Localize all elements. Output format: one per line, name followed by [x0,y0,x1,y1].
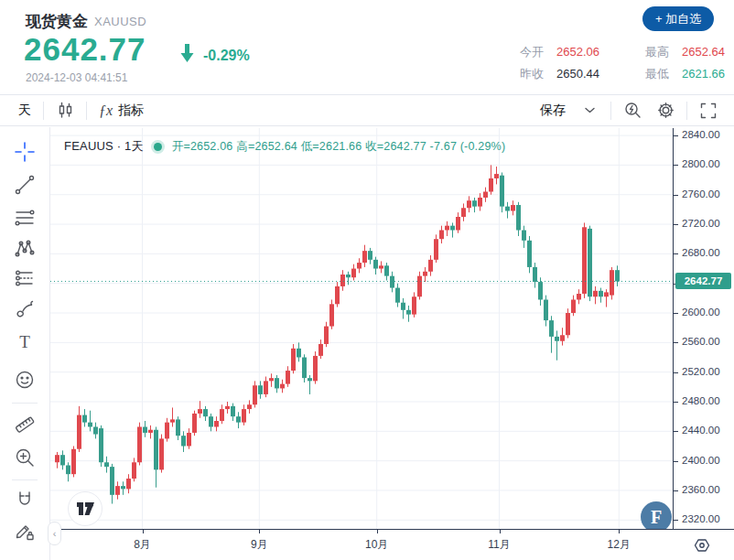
tool-crosshair-button[interactable] [13,140,37,164]
candle-body [258,385,263,394]
candle-body [302,358,307,379]
change-percent: -0.29% [203,48,250,64]
price-axis-tick [674,224,678,225]
time-axis-tick [377,530,378,533]
candle-body [148,430,153,433]
candle-body [308,378,312,381]
candle-body [55,455,59,462]
candle-body [192,414,197,433]
candle-body [511,205,515,210]
time-axis-tick [259,530,260,533]
candle-body [566,313,570,335]
market-status-dot-icon [154,143,162,151]
candle-body [577,294,581,299]
candle-body [121,486,125,489]
price-axis-tick [674,253,678,254]
candlestick-chart[interactable] [50,128,673,529]
quote-timestamp: 2024-12-03 04:41:51 [26,71,127,84]
add-watchlist-button[interactable]: + 加自选 [642,6,714,31]
tool-brush-button[interactable] [13,297,37,321]
candle-body [456,217,460,231]
candle-body [395,288,400,303]
candle-body [555,337,559,341]
pencil-lock-icon [13,519,37,543]
collapse-sidebar-handle[interactable]: ‹ [48,522,61,545]
candle-body [588,229,592,296]
axis-settings-button[interactable] [694,537,710,554]
tradingview-watermark [68,491,103,526]
candle-body [220,409,224,421]
time-axis-label: 12月 [608,537,631,553]
chart-style-candles-button[interactable] [56,102,74,120]
price-axis-tick [674,520,678,521]
candle-body [329,304,334,326]
quick-search-button[interactable] [623,102,642,120]
save-button[interactable]: 保存 [540,102,566,119]
indicators-button[interactable]: ƒx 指标 [99,102,144,119]
candle-body [187,433,191,447]
price-axis-tick [674,431,678,432]
candle-body [71,449,76,474]
candle-body [181,436,186,446]
tool-zoom-in-button[interactable] [13,446,37,469]
candle-body [209,416,213,426]
candle-body [99,428,103,462]
candle-body [373,260,378,269]
candle-body [93,426,98,434]
tool-xabcd-pattern-button[interactable] [13,237,37,261]
tool-text-button[interactable]: T [13,331,37,355]
fx-icon: ƒx [99,102,113,119]
price-axis[interactable]: 2840.002800.002760.002720.002680.002640.… [673,128,734,529]
chart-settings-button[interactable] [656,102,675,120]
chart-toolbar: 天 ƒx 指标 保存 [0,94,734,126]
chevron-left-icon: ‹ [53,528,57,539]
candle-body [549,320,554,337]
magnet-icon [13,488,37,512]
stat-open-label: 今开 [520,45,544,59]
candle-body [176,419,180,436]
tool-measure-button[interactable] [13,413,37,436]
toolbar-divider [686,102,687,120]
candle-body [170,419,175,422]
candle-body [494,174,499,178]
candle-body [253,385,257,404]
candle-body [203,409,208,416]
candle-body [242,409,246,423]
candle-body [527,241,532,267]
price-axis-label: 2520.00 [682,366,720,377]
candle-body [368,251,372,260]
price-axis-tick [674,372,678,373]
candle-body [538,282,543,299]
tool-projection-button[interactable] [13,266,37,290]
time-axis-tick [619,530,620,533]
interval-selector[interactable]: 天 [18,102,31,119]
parallel-lines-icon [13,206,37,230]
stat-open-value: 2652.06 [556,45,599,59]
toolbar-divider [86,102,87,120]
ruler-icon [13,413,37,436]
candle-body [313,356,318,381]
tool-fib-lines-button[interactable] [13,206,37,230]
page-title: 现货黄金 [26,11,88,32]
fullscreen-button[interactable] [699,102,718,120]
toolbar-divider [43,102,44,120]
candle-body [593,291,598,296]
candle-body [231,406,235,416]
tool-emoji-button[interactable] [13,368,37,392]
candle-body [159,438,164,469]
candle-body [318,344,323,356]
toolbar-divider [610,102,611,120]
symbol-code: XAUUSD [94,15,146,28]
stat-prev-close: 昨收2650.44 [520,67,599,81]
price-axis-label: 2680.00 [682,247,720,258]
stat-high: 最高2652.64 [645,45,725,59]
candle-body [115,486,120,495]
text-tool-icon: T [19,332,30,351]
candle-body [297,349,301,358]
tool-trend-line-button[interactable] [13,173,37,197]
candle-body [610,270,614,295]
time-axis[interactable]: 8月9月10月11月12月 [50,529,734,560]
tool-draw-lock-button[interactable] [13,519,37,543]
tool-magnet-button[interactable] [13,488,37,512]
save-dropdown-button[interactable] [580,102,599,120]
